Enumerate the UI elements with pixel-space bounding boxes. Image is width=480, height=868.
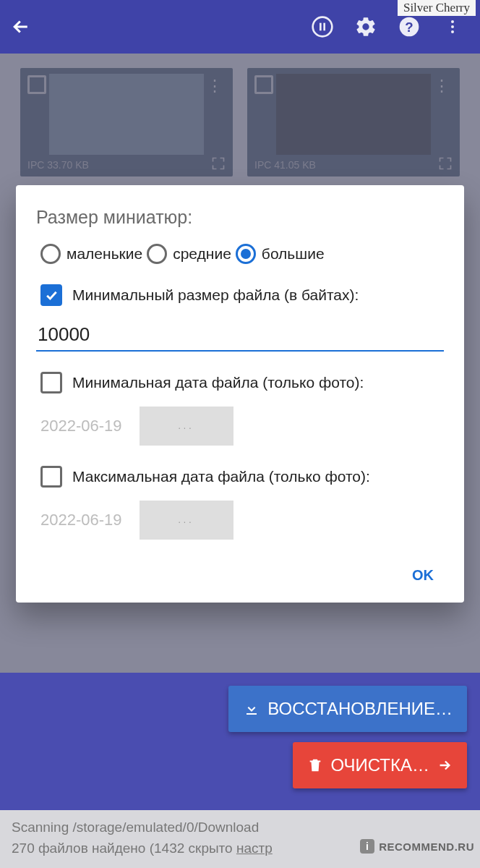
settings-link[interactable]: настр: [236, 841, 273, 856]
max-date-value: 2022-06-19: [40, 511, 122, 529]
download-icon: [243, 700, 260, 718]
settings-dialog: Размер миниатюр: маленькие средние больш…: [16, 185, 464, 603]
min-size-checkbox[interactable]: [40, 284, 62, 306]
restore-label: ВОССТАНОВЛЕНИЕ…: [267, 699, 453, 719]
min-size-row: Минимальный размер файла (в байтах):: [36, 284, 444, 306]
gear-icon[interactable]: [348, 9, 383, 44]
watermark-top: Silver Cherry: [398, 0, 476, 16]
back-button[interactable]: [10, 16, 32, 38]
min-date-checkbox[interactable]: [40, 372, 62, 393]
ok-button[interactable]: OK: [402, 560, 444, 591]
svg-point-0: [313, 17, 333, 37]
min-date-value: 2022-06-19: [40, 417, 122, 435]
radio-large-label: большие: [262, 245, 325, 263]
clear-button[interactable]: ОЧИСТКА…: [293, 742, 467, 788]
dialog-title: Размер миниатюр:: [36, 207, 444, 228]
status-line-1: Scanning /storage/emulated/0/Download: [12, 817, 468, 838]
thumb-size-radios: маленькие средние большие: [36, 244, 444, 264]
min-size-input[interactable]: [36, 319, 444, 352]
min-size-label: Минимальный размер файла (в байтах):: [72, 286, 359, 304]
max-date-picker-button[interactable]: ...: [140, 501, 233, 540]
max-date-label: Максимальная дата файла (только фото):: [72, 468, 370, 485]
radio-medium[interactable]: средние: [147, 244, 231, 264]
bottom-action-bar: ВОССТАНОВЛЕНИЕ… ОЧИСТКА…: [0, 673, 480, 810]
clear-label: ОЧИСТКА…: [330, 755, 429, 775]
radio-medium-label: средние: [173, 245, 231, 263]
min-date-label: Минимальная дата файла (только фото):: [72, 374, 364, 391]
max-date-row: Максимальная дата файла (только фото):: [36, 466, 444, 488]
pause-icon[interactable]: [305, 9, 340, 44]
svg-point-5: [451, 20, 454, 23]
radio-small[interactable]: маленькие: [40, 244, 142, 264]
svg-point-6: [451, 25, 454, 28]
trash-icon: [307, 757, 323, 773]
restore-button[interactable]: ВОССТАНОВЛЕНИЕ…: [228, 686, 467, 732]
watermark-bottom: i RECOMMEND.RU: [360, 839, 474, 854]
arrow-right-icon: [437, 757, 453, 773]
min-date-row: Минимальная дата файла (только фото):: [36, 372, 444, 393]
radio-large[interactable]: большие: [236, 244, 325, 264]
min-date-picker-button[interactable]: ...: [140, 407, 233, 446]
svg-point-7: [451, 30, 454, 33]
svg-text:?: ?: [405, 20, 413, 35]
max-date-checkbox[interactable]: [40, 466, 62, 488]
radio-small-label: маленькие: [67, 245, 142, 263]
